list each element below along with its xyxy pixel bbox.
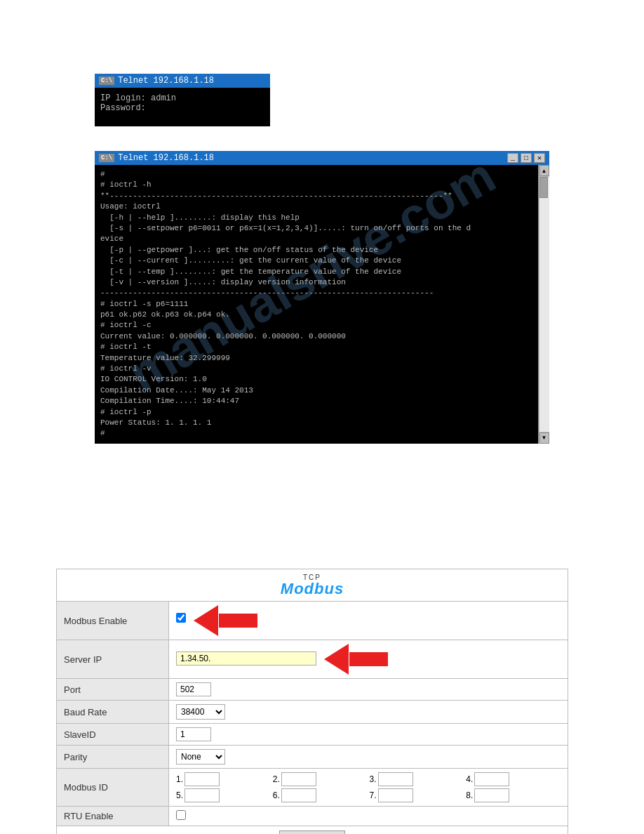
- port-label: Port: [57, 679, 169, 701]
- server-ip-row: Server IP: [57, 640, 568, 679]
- modbus-id-num-2: 2.: [273, 774, 280, 784]
- port-row: Port: [57, 679, 568, 701]
- modbus-id-input-3[interactable]: [378, 772, 413, 786]
- telnet-large-title-left: C:\ Telnet 192.168.1.18: [99, 153, 214, 163]
- telnet-small-window: C:\ Telnet 192.168.1.18 IP login: admin …: [95, 74, 270, 126]
- modbus-id-cell-8: 8.: [466, 788, 561, 802]
- scroll-thumb[interactable]: [539, 177, 548, 198]
- modbus-header: TCP Modbus: [57, 569, 568, 602]
- telnet-large-window: C:\ Telnet 192.168.1.18 _ □ ✕ # # ioctrl…: [95, 151, 549, 444]
- slave-id-input[interactable]: [176, 727, 211, 741]
- telnet-small-icon: C:\: [99, 77, 114, 85]
- arrow-head-2: [324, 644, 349, 675]
- modbus-id-grid: 1. 2. 3. 4.: [176, 772, 561, 802]
- server-ip-input[interactable]: [176, 651, 316, 666]
- apply-cell: Apply: [57, 826, 568, 835]
- modbus-id-input-1[interactable]: [185, 772, 220, 786]
- rtu-enable-label: RTU Enable: [57, 807, 169, 826]
- rtu-enable-checkbox[interactable]: [176, 810, 186, 820]
- slave-id-label: SlaveID: [57, 724, 169, 746]
- parity-select[interactable]: None Even Odd: [176, 749, 225, 764]
- modbus-enable-label: Modbus Enable: [57, 602, 169, 640]
- port-cell: [169, 679, 568, 701]
- scrollbar[interactable]: ▲ ▼: [538, 165, 549, 444]
- parity-cell: None Even Odd: [169, 746, 568, 769]
- modbus-label: Modbus: [61, 581, 563, 597]
- baud-rate-label: Baud Rate: [57, 701, 169, 724]
- modbus-id-num-6: 6.: [273, 790, 280, 800]
- red-arrow-indicator: [194, 605, 258, 636]
- port-input[interactable]: [176, 682, 211, 696]
- slave-id-row: SlaveID: [57, 724, 568, 746]
- modbus-enable-checkbox[interactable]: [176, 613, 186, 623]
- telnet-small-titlebar: C:\ Telnet 192.168.1.18: [95, 74, 270, 88]
- modbus-id-cell-3: 3.: [370, 772, 464, 786]
- modbus-id-input-7[interactable]: [378, 788, 413, 802]
- rtu-enable-cell: [169, 807, 568, 826]
- modbus-id-cell: 1. 2. 3. 4.: [169, 769, 568, 807]
- scroll-up-button[interactable]: ▲: [539, 165, 549, 176]
- modbus-id-label: Modbus ID: [57, 769, 169, 807]
- modbus-id-num-3: 3.: [370, 774, 377, 784]
- modbus-id-input-2[interactable]: [281, 772, 316, 786]
- modbus-id-input-5[interactable]: [185, 788, 220, 802]
- telnet-small-terminal: IP login: admin Password:: [95, 88, 270, 126]
- telnet-small-title: Telnet 192.168.1.18: [118, 76, 214, 86]
- modbus-id-cell-1: 1.: [176, 772, 271, 786]
- slave-id-cell: [169, 724, 568, 746]
- arrow-body-2: [349, 652, 388, 666]
- close-button[interactable]: ✕: [534, 153, 545, 163]
- modbus-enable-row: Modbus Enable: [57, 602, 568, 640]
- modbus-id-input-4[interactable]: [474, 772, 509, 786]
- modbus-id-cell-6: 6.: [273, 788, 368, 802]
- parity-label: Parity: [57, 746, 169, 769]
- terminal-line-2: Password:: [100, 103, 264, 113]
- modbus-id-num-7: 7.: [370, 790, 377, 800]
- modbus-id-cell-4: 4.: [466, 772, 561, 786]
- telnet-large-titlebar: C:\ Telnet 192.168.1.18 _ □ ✕: [95, 151, 549, 165]
- modbus-table: TCP Modbus Modbus Enable: [56, 569, 568, 834]
- apply-button[interactable]: Apply: [279, 830, 346, 834]
- apply-row: Apply: [57, 826, 568, 835]
- modbus-id-cell-5: 5.: [176, 788, 271, 802]
- telnet-large-icon: C:\: [99, 154, 114, 162]
- telnet-large-terminal: # # ioctrl -h **------------------------…: [95, 165, 538, 444]
- server-ip-cell: [169, 640, 568, 679]
- parity-row: Parity None Even Odd: [57, 746, 568, 769]
- maximize-button[interactable]: □: [521, 153, 532, 163]
- modbus-id-cell-2: 2.: [273, 772, 368, 786]
- minimize-button[interactable]: _: [507, 153, 518, 163]
- modbus-id-cell-7: 7.: [370, 788, 464, 802]
- terminal-wrapper: # # ioctrl -h **------------------------…: [95, 165, 549, 444]
- window-buttons[interactable]: _ □ ✕: [507, 153, 545, 163]
- modbus-enable-cell: [169, 602, 568, 640]
- baud-rate-select[interactable]: 38400 9600 19200 57600 115200: [176, 704, 225, 720]
- modbus-id-num-4: 4.: [466, 774, 473, 784]
- modbus-id-row: Modbus ID 1. 2. 3.: [57, 769, 568, 807]
- arrow-body: [219, 614, 257, 628]
- modbus-id-num-1: 1.: [176, 774, 183, 784]
- modbus-id-input-8[interactable]: [474, 788, 509, 802]
- baud-rate-cell: 38400 9600 19200 57600 115200: [169, 701, 568, 724]
- server-ip-label: Server IP: [57, 640, 169, 679]
- rtu-enable-row: RTU Enable: [57, 807, 568, 826]
- terminal-line-1: IP login: admin: [100, 93, 264, 103]
- telnet-large-title: Telnet 192.168.1.18: [118, 153, 214, 163]
- modbus-id-input-6[interactable]: [281, 788, 316, 802]
- scroll-track: [539, 177, 549, 432]
- modbus-id-num-8: 8.: [466, 790, 473, 800]
- scroll-down-button[interactable]: ▼: [539, 432, 549, 444]
- arrow-head: [194, 605, 218, 636]
- baud-rate-row: Baud Rate 38400 9600 19200 57600 115200: [57, 701, 568, 724]
- modbus-id-num-5: 5.: [176, 790, 183, 800]
- red-arrow-server-ip: [324, 644, 389, 675]
- modbus-container: TCP Modbus Modbus Enable: [56, 569, 568, 834]
